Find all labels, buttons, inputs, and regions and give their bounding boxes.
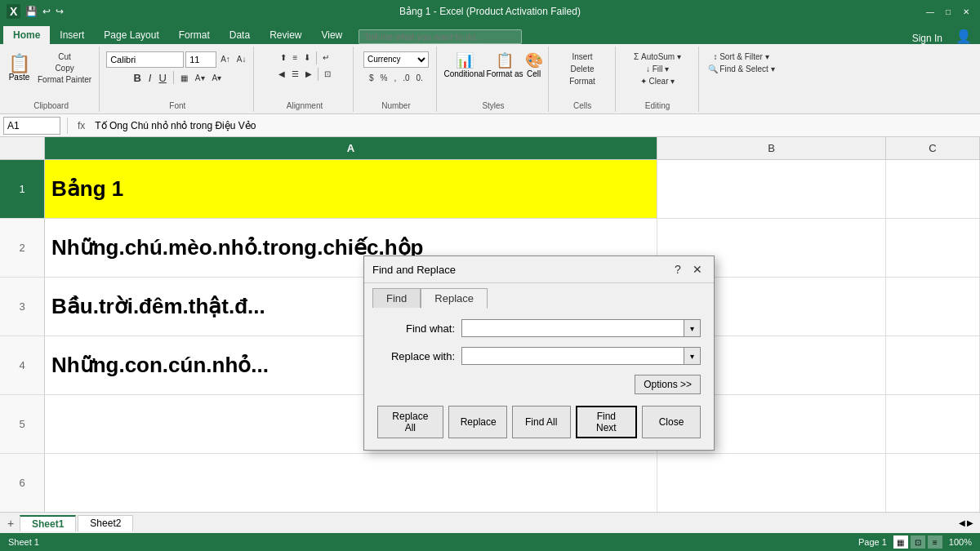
cell-a6[interactable] (45, 454, 657, 512)
close-button[interactable]: ✕ (959, 4, 973, 19)
cell-c6[interactable] (886, 454, 980, 512)
options-button[interactable]: Options >> (635, 375, 701, 394)
cell-c3[interactable] (886, 278, 980, 335)
cell-b1[interactable] (657, 160, 886, 218)
find-dropdown-arrow[interactable]: ▾ (684, 319, 701, 337)
ribbon-search-input[interactable] (359, 29, 522, 44)
quick-access-save[interactable]: 💾 (25, 6, 38, 17)
find-all-button[interactable]: Find All (512, 406, 571, 438)
column-header-b[interactable]: B (657, 137, 886, 159)
merge-center-button[interactable]: ⊡ (322, 68, 333, 81)
font-color-button[interactable]: A▾ (210, 73, 225, 83)
fill-color-button[interactable]: A▾ (193, 73, 207, 83)
bold-button[interactable]: B (131, 71, 143, 85)
page-layout-view-button[interactable]: ⊡ (911, 535, 925, 549)
cell-c2[interactable] (886, 219, 980, 277)
border-button[interactable]: ▦ (178, 73, 190, 83)
scroll-left-button[interactable]: ◀ (959, 518, 965, 527)
format-cells-button[interactable]: Format (567, 76, 598, 87)
font-name-selector[interactable] (106, 51, 184, 68)
number-format-selector[interactable]: Currency General Number (363, 51, 429, 68)
autosum-button[interactable]: Σ AutoSum ▾ (631, 51, 684, 62)
dialog-close-button[interactable]: Close (642, 406, 701, 438)
format-painter-button[interactable]: Format Painter (35, 74, 94, 85)
quick-access-redo[interactable]: ↪ (56, 6, 64, 17)
replace-all-button[interactable]: Replace All (377, 406, 443, 438)
decrease-decimal-button[interactable]: .0 (400, 73, 412, 83)
minimize-button[interactable]: — (923, 4, 938, 19)
signin-button[interactable]: Sign In (904, 33, 951, 44)
wrap-text-button[interactable]: ↵ (320, 51, 332, 64)
cell-styles-button[interactable]: 🎨 Cell (525, 51, 543, 78)
dialog-tab-replace[interactable]: Replace (421, 288, 488, 309)
align-center-button[interactable]: ☰ (289, 68, 301, 81)
tab-format[interactable]: Format (169, 26, 220, 44)
tab-home[interactable]: Home (3, 26, 50, 44)
format-as-table-button[interactable]: 📋 Format as (487, 51, 523, 78)
tab-data[interactable]: Data (220, 26, 260, 44)
dialog-tab-find[interactable]: Find (372, 288, 421, 308)
cell-c4[interactable] (886, 336, 980, 394)
increase-font-button[interactable]: A↑ (218, 54, 233, 64)
paste-button[interactable]: 📋 Paste (8, 55, 30, 82)
insert-cells-button[interactable]: Insert (567, 51, 598, 62)
user-icon[interactable]: 👤 (951, 29, 977, 44)
dialog-help-button[interactable]: ? (670, 261, 686, 278)
maximize-button[interactable]: □ (941, 4, 956, 19)
scroll-right-button[interactable]: ▶ (967, 518, 973, 527)
align-bottom-button[interactable]: ⬇ (301, 51, 313, 64)
sheet-tab-1[interactable]: Sheet1 (20, 515, 76, 531)
ribbon-toolbar: 📋 Paste Cut Copy Format Painter Clipboar… (0, 44, 980, 114)
page-break-view-button[interactable]: ≡ (928, 535, 942, 549)
conditional-formatting-button[interactable]: 📊 Conditional (443, 51, 484, 78)
tab-page-layout[interactable]: Page Layout (94, 26, 168, 44)
increase-decimal-button[interactable]: 0. (414, 73, 425, 83)
delete-cells-button[interactable]: Delete (567, 64, 598, 74)
fill-button[interactable]: ↓ Fill ▾ (631, 64, 684, 74)
add-sheet-button[interactable]: + (3, 516, 18, 531)
cell-b6[interactable] (657, 454, 886, 512)
underline-button[interactable]: U (156, 71, 168, 85)
formula-input[interactable] (91, 118, 977, 133)
cell-a1[interactable]: Bảng 1 (45, 160, 657, 218)
column-header-a[interactable]: A (45, 137, 657, 159)
tab-view[interactable]: View (311, 26, 352, 44)
find-select-button[interactable]: 🔍 Find & Select ▾ (706, 64, 777, 74)
dialog-options-row: Options >> (377, 375, 701, 394)
number-group: Currency General Number $ % , .0 0. Numb… (355, 47, 437, 112)
align-top-button[interactable]: ⬆ (278, 51, 289, 64)
font-size-selector[interactable] (185, 51, 216, 68)
tab-insert[interactable]: Insert (50, 26, 94, 44)
currency-button[interactable]: $ (367, 73, 376, 83)
align-left-button[interactable]: ◀ (276, 68, 287, 81)
dialog-close-x-button[interactable]: ✕ (689, 261, 706, 278)
percent-button[interactable]: % (378, 73, 390, 83)
find-next-button[interactable]: Find Next (576, 406, 637, 438)
cut-button[interactable]: Cut (35, 51, 94, 62)
find-what-input[interactable] (461, 319, 684, 337)
quick-access-undo[interactable]: ↩ (42, 6, 51, 17)
replace-with-input[interactable] (461, 347, 684, 365)
styles-group: 📊 Conditional 📋 Format as 🎨 Cell Styles (439, 47, 548, 112)
app-container: X 💾 ↩ ↪ Bảng 1 - Excel (Product Activati… (0, 0, 980, 551)
cell-c1[interactable] (886, 160, 980, 218)
comma-button[interactable]: , (391, 73, 399, 83)
tab-review[interactable]: Review (260, 26, 311, 44)
copy-button[interactable]: Copy (35, 63, 94, 73)
decrease-font-button[interactable]: A↓ (234, 54, 249, 64)
normal-view-button[interactable]: ▦ (893, 535, 908, 549)
sort-filter-button[interactable]: ↕ Sort & Filter ▾ (706, 51, 777, 62)
replace-button[interactable]: Replace (448, 406, 507, 438)
clear-button[interactable]: ✦ Clear ▾ (631, 76, 684, 87)
cell-c5[interactable] (886, 395, 980, 453)
column-header-c[interactable]: C (886, 137, 980, 159)
align-middle-button[interactable]: ≡ (291, 51, 301, 64)
name-box[interactable] (3, 117, 60, 135)
align-right-button[interactable]: ▶ (303, 68, 314, 81)
dialog-title: Find and Replace (372, 264, 456, 276)
sheet-tab-2[interactable]: Sheet2 (78, 515, 133, 531)
italic-button[interactable]: I (146, 71, 154, 85)
row-number-5: 5 (0, 395, 45, 453)
fx-icon[interactable]: fx (74, 120, 88, 131)
replace-dropdown-arrow[interactable]: ▾ (684, 347, 701, 365)
